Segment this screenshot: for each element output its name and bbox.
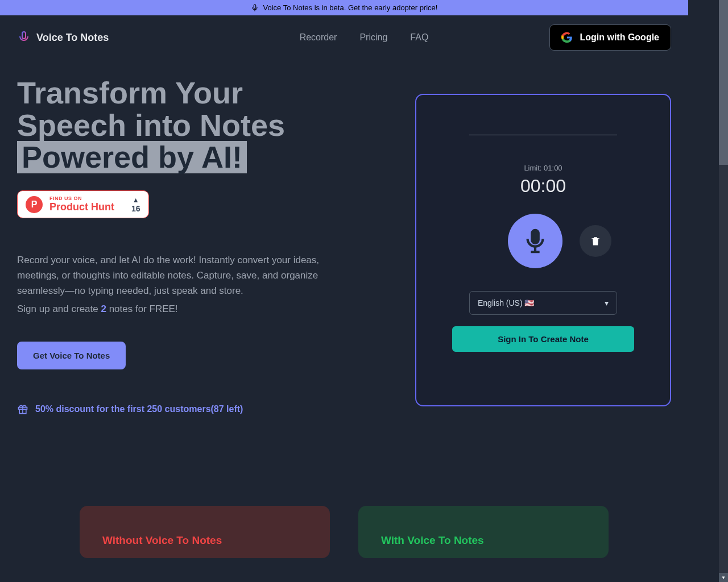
hero-title: Transform Your Speech into Notes Powered… bbox=[17, 77, 387, 173]
discount-banner: 50% discount for the first 250 customers… bbox=[17, 404, 387, 415]
ph-upvote: ▲ 16 bbox=[131, 196, 140, 213]
trash-icon bbox=[590, 235, 601, 247]
login-google-button[interactable]: Login with Google bbox=[549, 24, 671, 51]
nav-faq[interactable]: FAQ bbox=[410, 32, 428, 43]
with-title: With Voice To Notes bbox=[381, 534, 586, 547]
sign-in-create-note-button[interactable]: Sign In To Create Note bbox=[452, 326, 634, 352]
main-nav: Recorder Pricing FAQ bbox=[300, 32, 429, 43]
waveform-placeholder bbox=[469, 135, 617, 135]
main-content: Transform Your Speech into Notes Powered… bbox=[0, 60, 688, 415]
login-label: Login with Google bbox=[580, 32, 659, 43]
hero-section: Transform Your Speech into Notes Powered… bbox=[17, 77, 387, 415]
product-hunt-badge[interactable]: P FIND US ON Product Hunt ▲ 16 bbox=[17, 190, 149, 218]
with-card: With Voice To Notes bbox=[358, 506, 609, 558]
desc2num: 2 bbox=[101, 304, 106, 314]
brand-logo[interactable]: Voice To Notes bbox=[17, 31, 109, 44]
language-select[interactable]: English (US) 🇺🇸 ▾ bbox=[469, 291, 617, 315]
brand-name: Voice To Notes bbox=[36, 32, 109, 44]
product-hunt-icon: P bbox=[26, 196, 43, 213]
discount-text: 50% discount for the first 250 customers… bbox=[35, 404, 243, 414]
gift-icon bbox=[17, 404, 28, 415]
nav-pricing[interactable]: Pricing bbox=[359, 32, 387, 43]
microphone-icon bbox=[251, 4, 259, 12]
hero-line2: Speech into Notes bbox=[17, 108, 285, 142]
without-title: Without Voice To Notes bbox=[102, 534, 307, 547]
microphone-icon bbox=[17, 31, 31, 44]
timer-display: 00:00 bbox=[520, 176, 566, 197]
without-card: Without Voice To Notes bbox=[80, 506, 330, 558]
microphone-icon bbox=[522, 228, 548, 254]
google-icon bbox=[561, 32, 573, 43]
banner-text: Voice To Notes is in beta. Get the early… bbox=[263, 3, 438, 12]
svg-rect-0 bbox=[254, 5, 256, 9]
recorder-controls bbox=[475, 214, 611, 268]
beta-banner: Voice To Notes is in beta. Get the early… bbox=[0, 0, 688, 15]
record-button[interactable] bbox=[508, 214, 562, 268]
time-limit: Limit: 01:00 bbox=[524, 164, 562, 172]
desc2a: Sign up and create bbox=[17, 304, 101, 314]
ph-big-text: Product Hunt bbox=[49, 201, 114, 213]
comparison-section: Without Voice To Notes With Voice To Not… bbox=[0, 506, 688, 558]
hero-line3: Powered by AI! bbox=[17, 141, 247, 173]
hero-signup-line: Sign up and create 2 notes for FREE! bbox=[17, 301, 358, 317]
language-value: English (US) 🇺🇸 bbox=[478, 298, 534, 307]
hero-line1: Transform Your bbox=[17, 76, 243, 110]
triangle-up-icon: ▲ bbox=[133, 196, 139, 204]
svg-rect-8 bbox=[532, 230, 539, 243]
desc2b: notes for FREE! bbox=[106, 304, 178, 314]
svg-rect-2 bbox=[22, 32, 26, 39]
recorder-card: Limit: 01:00 00:00 English (US) 🇺🇸 ▾ Sig… bbox=[415, 94, 671, 406]
ph-small-text: FIND US ON bbox=[49, 196, 114, 201]
delete-recording-button[interactable] bbox=[580, 225, 611, 257]
nav-recorder[interactable]: Recorder bbox=[300, 32, 337, 43]
get-voice-to-notes-button[interactable]: Get Voice To Notes bbox=[17, 342, 126, 369]
hero-description: Record your voice, and let AI do the wor… bbox=[17, 252, 358, 299]
header: Voice To Notes Recorder Pricing FAQ Logi… bbox=[0, 15, 688, 60]
chevron-down-icon: ▾ bbox=[605, 298, 609, 307]
ph-count: 16 bbox=[131, 204, 140, 213]
